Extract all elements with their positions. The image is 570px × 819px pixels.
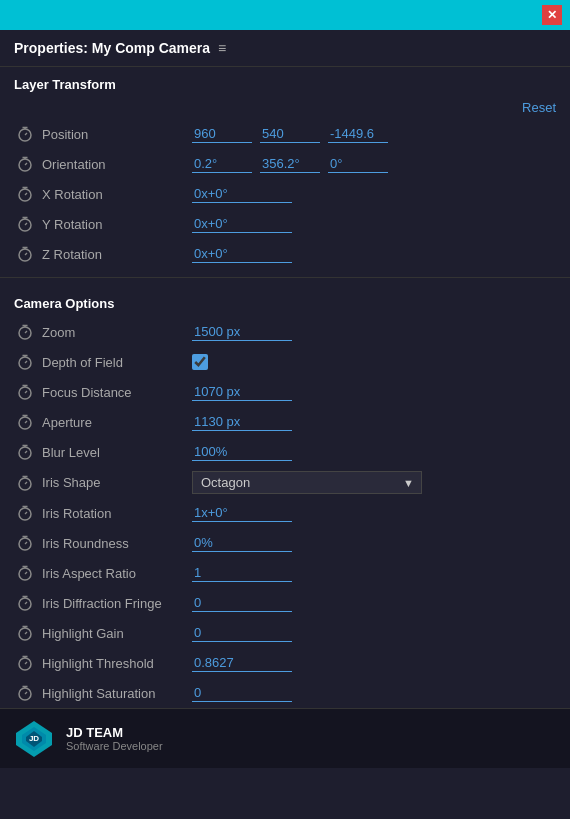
position-x[interactable]: 960 [192, 125, 252, 143]
svg-line-27 [25, 361, 27, 363]
highlight-gain-value[interactable]: 0 [192, 624, 292, 642]
prop-name-iris-diffraction-fringe: Iris Diffraction Fringe [42, 596, 192, 611]
reset-button[interactable]: Reset [522, 100, 556, 115]
z-rotation-value[interactable]: 0x+0° [192, 245, 292, 263]
property-row-position: Position 960 540 -1449.6 [0, 119, 570, 149]
stopwatch-icon-blur-level[interactable] [14, 441, 36, 463]
svg-line-35 [25, 421, 27, 423]
prop-name-highlight-gain: Highlight Gain [42, 626, 192, 641]
prop-name-highlight-saturation: Highlight Saturation [42, 686, 192, 701]
stopwatch-icon-x-rotation[interactable] [14, 183, 36, 205]
highlight-saturation-value[interactable]: 0 [192, 684, 292, 702]
bottom-subtitle: Software Developer [66, 740, 163, 752]
svg-line-43 [25, 482, 27, 484]
property-row-orientation: Orientation 0.2° 356.2° 0° [0, 149, 570, 179]
svg-line-3 [25, 133, 27, 135]
stopwatch-icon-position[interactable] [14, 123, 36, 145]
main-panel: Properties: My Comp Camera ≡ Layer Trans… [0, 30, 570, 819]
panel-header: Properties: My Comp Camera ≡ [0, 30, 570, 67]
svg-line-71 [25, 692, 27, 694]
stopwatch-icon-iris-rotation[interactable] [14, 502, 36, 524]
prop-name-z-rotation: Z Rotation [42, 247, 192, 262]
svg-line-15 [25, 223, 27, 225]
depth-of-field-checkbox[interactable] [192, 354, 208, 370]
camera-options-section-header: Camera Options [0, 286, 570, 317]
prop-name-orientation: Orientation [42, 157, 192, 172]
prop-name-aperture: Aperture [42, 415, 192, 430]
blur-level-value[interactable]: 100% [192, 443, 292, 461]
orientation-y[interactable]: 356.2° [260, 155, 320, 173]
prop-values-z-rotation: 0x+0° [192, 245, 556, 263]
depth-of-field-checkbox-container [192, 354, 208, 370]
property-row-iris-roundness: Iris Roundness 0% [0, 528, 570, 558]
section-divider [0, 277, 570, 278]
stopwatch-icon-iris-aspect-ratio[interactable] [14, 562, 36, 584]
stopwatch-icon-orientation[interactable] [14, 153, 36, 175]
stopwatch-icon-iris-diffraction-fringe[interactable] [14, 592, 36, 614]
iris-shape-select[interactable]: Fast Rectangle Rectangle Triangle Square… [192, 471, 422, 494]
svg-line-47 [25, 512, 27, 514]
stopwatch-icon-aperture[interactable] [14, 411, 36, 433]
focus-distance-value[interactable]: 1070 px [192, 383, 292, 401]
prop-values-iris-rotation: 1x+0° [192, 504, 556, 522]
prop-values-blur-level: 100% [192, 443, 556, 461]
iris-diffraction-fringe-value[interactable]: 0 [192, 594, 292, 612]
orientation-z[interactable]: 0° [328, 155, 388, 173]
stopwatch-icon-z-rotation[interactable] [14, 243, 36, 265]
prop-name-highlight-threshold: Highlight Threshold [42, 656, 192, 671]
property-row-blur-level: Blur Level 100% [0, 437, 570, 467]
position-z[interactable]: -1449.6 [328, 125, 388, 143]
property-row-iris-shape: Iris Shape Fast Rectangle Rectangle Tria… [0, 467, 570, 498]
property-row-iris-aspect-ratio: Iris Aspect Ratio 1 [0, 558, 570, 588]
y-rotation-value[interactable]: 0x+0° [192, 215, 292, 233]
x-rotation-value[interactable]: 0x+0° [192, 185, 292, 203]
top-bar: ✕ [0, 0, 570, 30]
prop-values-highlight-saturation: 0 [192, 684, 556, 702]
property-row-iris-rotation: Iris Rotation 1x+0° [0, 498, 570, 528]
stopwatch-icon-depth-of-field[interactable] [14, 351, 36, 373]
iris-roundness-value[interactable]: 0% [192, 534, 292, 552]
orientation-x[interactable]: 0.2° [192, 155, 252, 173]
property-row-iris-diffraction-fringe: Iris Diffraction Fringe 0 [0, 588, 570, 618]
prop-name-y-rotation: Y Rotation [42, 217, 192, 232]
stopwatch-icon-iris-shape[interactable] [14, 472, 36, 494]
iris-aspect-ratio-value[interactable]: 1 [192, 564, 292, 582]
svg-line-19 [25, 253, 27, 255]
stopwatch-icon-y-rotation[interactable] [14, 213, 36, 235]
svg-line-51 [25, 542, 27, 544]
layer-transform-section-header: Layer Transform [0, 67, 570, 98]
prop-values-y-rotation: 0x+0° [192, 215, 556, 233]
stopwatch-icon-highlight-threshold[interactable] [14, 652, 36, 674]
stopwatch-icon-highlight-saturation[interactable] [14, 682, 36, 704]
stopwatch-icon-zoom[interactable] [14, 321, 36, 343]
bottom-text: JD TEAM Software Developer [66, 725, 163, 752]
menu-icon[interactable]: ≡ [218, 40, 226, 56]
panel-title: Properties: My Comp Camera [14, 40, 210, 56]
stopwatch-icon-iris-roundness[interactable] [14, 532, 36, 554]
svg-text:JD: JD [29, 734, 39, 743]
close-button[interactable]: ✕ [542, 5, 562, 25]
stopwatch-icon-focus-distance[interactable] [14, 381, 36, 403]
prop-values-focus-distance: 1070 px [192, 383, 556, 401]
property-row-highlight-saturation: Highlight Saturation 0 [0, 678, 570, 708]
property-row-aperture: Aperture 1130 px [0, 407, 570, 437]
bottom-title: JD TEAM [66, 725, 163, 740]
prop-name-x-rotation: X Rotation [42, 187, 192, 202]
iris-rotation-value[interactable]: 1x+0° [192, 504, 292, 522]
svg-line-39 [25, 451, 27, 453]
svg-line-67 [25, 662, 27, 664]
aperture-value[interactable]: 1130 px [192, 413, 292, 431]
property-row-z-rotation: Z Rotation 0x+0° [0, 239, 570, 269]
zoom-value[interactable]: 1500 px [192, 323, 292, 341]
highlight-threshold-value[interactable]: 0.8627 [192, 654, 292, 672]
prop-name-blur-level: Blur Level [42, 445, 192, 460]
property-row-depth-of-field: Depth of Field [0, 347, 570, 377]
svg-line-7 [25, 163, 27, 165]
prop-values-iris-aspect-ratio: 1 [192, 564, 556, 582]
prop-values-iris-diffraction-fringe: 0 [192, 594, 556, 612]
stopwatch-icon-highlight-gain[interactable] [14, 622, 36, 644]
position-y[interactable]: 540 [260, 125, 320, 143]
prop-name-zoom: Zoom [42, 325, 192, 340]
prop-name-iris-aspect-ratio: Iris Aspect Ratio [42, 566, 192, 581]
prop-values-orientation: 0.2° 356.2° 0° [192, 155, 556, 173]
